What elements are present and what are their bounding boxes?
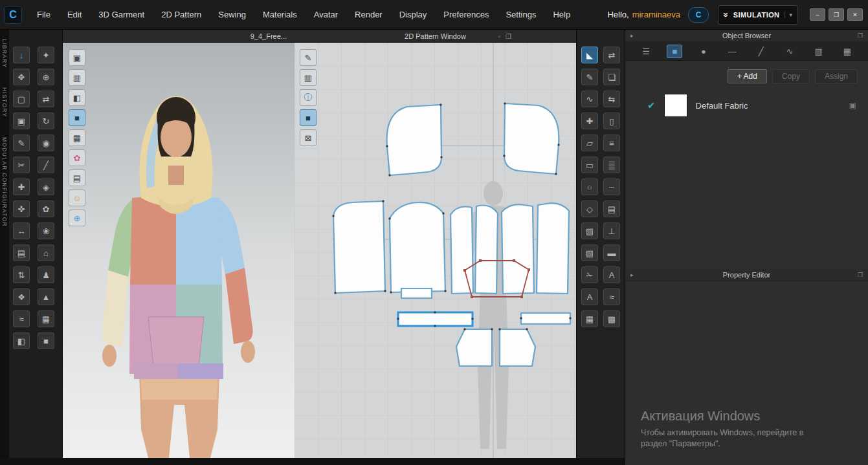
menu-item-edit[interactable]: Edit [59, 0, 90, 30]
transform-2d-icon[interactable]: ◣ [581, 47, 598, 63]
piece-hood-left[interactable] [387, 105, 441, 175]
colorway-icon[interactable]: ✿ [69, 149, 85, 166]
fold-arrange-icon[interactable]: ⇅ [13, 266, 30, 283]
dart-tool-icon[interactable]: ◇ [581, 200, 598, 217]
close-button[interactable]: ✕ [847, 8, 863, 21]
piece-band-right[interactable] [521, 313, 570, 324]
measure-tape-icon[interactable]: ↔ [13, 222, 30, 239]
bounding-box-icon[interactable]: ■ [38, 332, 54, 349]
sync-2d3d-icon[interactable]: ⇄ [603, 47, 620, 63]
tack-pin-icon[interactable]: ✜ [13, 200, 30, 217]
menu-item-3d-garment[interactable]: 3D Garment [90, 0, 153, 30]
piece-front-left[interactable] [451, 207, 473, 294]
avatar-show-icon[interactable]: ☺ [69, 189, 85, 206]
tape-avatar-icon[interactable]: ╱ [38, 157, 54, 173]
dock-icon[interactable]: ▫ [498, 33, 500, 40]
tab-topstitch-icon[interactable]: — [724, 45, 740, 58]
menu-item-settings[interactable]: Settings [497, 0, 544, 30]
internal-polygon-icon[interactable]: ▨ [581, 222, 598, 239]
style-line-icon[interactable]: ❖ [13, 288, 30, 305]
app-logo-icon[interactable]: C [4, 6, 22, 24]
grading-tool-icon[interactable]: ▦ [581, 310, 598, 327]
hanger-icon[interactable]: ⌂ [38, 244, 54, 261]
panel-expand-icon[interactable]: ▸ [630, 32, 640, 39]
texture-edit-icon[interactable]: ▤ [603, 200, 620, 217]
simulation-button[interactable]: » SIMULATION ▾ [718, 5, 798, 25]
rail-tab-library[interactable]: LIBRARY [1, 39, 8, 68]
pattern-info-icon[interactable]: ⓘ [300, 89, 317, 106]
tab-print-icon[interactable]: ▥ [811, 45, 827, 58]
menu-item-sewing[interactable]: Sewing [210, 0, 254, 30]
tab-trim-icon[interactable]: ● [696, 45, 711, 58]
scene-render-icon[interactable]: ▣ [69, 49, 85, 66]
menu-item-help[interactable]: Help [544, 0, 579, 30]
tab-buttonhole-icon[interactable]: ▦ [840, 45, 855, 58]
fabric-surface-icon[interactable]: ▤ [69, 169, 85, 186]
minimize-button[interactable]: – [810, 8, 825, 21]
mirror-paste-icon[interactable]: ▯ [603, 113, 620, 129]
panel-float-icon[interactable]: ❐ [854, 32, 863, 39]
fit-check-icon[interactable]: ❀ [38, 222, 54, 239]
rail-tab-modular-configurator[interactable]: MODULAR CONFIGURATOR [1, 137, 8, 227]
panel-expand-icon[interactable]: ▸ [630, 272, 640, 278]
simulation-dropdown-icon[interactable]: ▾ [784, 12, 792, 18]
float-icon[interactable]: ❐ [506, 33, 511, 40]
add-point-icon[interactable]: ✚ [581, 113, 598, 129]
segment-sew-icon[interactable]: ✚ [13, 178, 30, 195]
edit-pattern-icon[interactable]: ✎ [581, 69, 598, 85]
layer-clone-icon[interactable]: ≡ [603, 135, 620, 151]
fabric-view-2d-icon[interactable]: ■ [300, 109, 317, 126]
gizmo-rotate-icon[interactable]: ↻ [38, 113, 54, 129]
environment-globe-icon[interactable]: ⊕ [69, 210, 85, 226]
tab-puckering-icon[interactable]: ∿ [782, 45, 797, 58]
show-silhouette-icon[interactable]: ▒ [603, 157, 620, 173]
copy-pattern-icon[interactable]: ❏ [603, 69, 620, 85]
garment-show-icon[interactable]: ▥ [69, 69, 85, 86]
username-text[interactable]: miraminaeva [632, 10, 680, 19]
tab-scene-icon[interactable]: ☰ [638, 45, 654, 58]
seam-allowance-icon[interactable]: ✁ [581, 266, 598, 283]
rail-tab-history[interactable]: HISTORY [1, 87, 8, 118]
edit-curvature-icon[interactable]: ∿ [581, 91, 598, 107]
add-button[interactable]: + Add [728, 69, 767, 83]
tab-fabric-icon[interactable]: ■ [667, 45, 682, 58]
transform-pattern-icon[interactable]: ▣ [13, 113, 30, 129]
grid-snap-icon[interactable]: ▦ [38, 310, 54, 327]
gizmo-move-icon[interactable]: ⊕ [38, 69, 54, 85]
piece-back-panel[interactable] [333, 201, 385, 293]
rectangle-tool-icon[interactable]: ▭ [581, 157, 598, 173]
polygon-tool-icon[interactable]: ▱ [581, 135, 598, 151]
simulate-icon[interactable]: ↓ [13, 47, 30, 63]
select-box-icon[interactable]: ▢ [13, 91, 30, 107]
mannequin-icon[interactable]: ♟ [38, 266, 54, 283]
menu-item-2d-pattern[interactable]: 2D Pattern [153, 0, 210, 30]
avatar-pose-icon[interactable]: ✦ [38, 47, 54, 63]
fabric-detail-icon[interactable]: ▣ [849, 101, 856, 110]
menu-item-render[interactable]: Render [346, 0, 391, 30]
text-style-icon[interactable]: A [603, 266, 620, 283]
pen-2d-icon[interactable]: ✎ [300, 49, 317, 66]
menu-item-materials[interactable]: Materials [254, 0, 306, 30]
select-move-icon[interactable]: ✥ [13, 69, 30, 85]
menu-item-preferences[interactable]: Preferences [435, 0, 497, 30]
pin-tool-icon[interactable]: ◉ [38, 135, 54, 151]
pen-3d-icon[interactable]: ✎ [13, 135, 30, 151]
piece-hood-right[interactable] [504, 103, 559, 174]
copy-button[interactable]: Copy [772, 69, 810, 83]
attach-trim-icon[interactable]: ◈ [38, 178, 54, 195]
flower-trim-icon[interactable]: ✿ [38, 200, 54, 217]
clo-badge-icon[interactable]: C [688, 7, 709, 23]
pattern-2d-canvas[interactable]: ✎▥ⓘ■⊠ [295, 43, 576, 458]
piece-back-right[interactable] [537, 203, 569, 294]
text-tool-icon[interactable]: A [581, 288, 598, 305]
piece-front-right[interactable] [475, 206, 498, 294]
flatten-icon[interactable]: ▤ [13, 244, 30, 261]
piece-back-left[interactable] [502, 204, 534, 294]
restore-button[interactable]: ❐ [829, 8, 844, 21]
wind-animation-icon[interactable]: ≈ [13, 310, 30, 327]
trace-tool-icon[interactable]: ▧ [581, 244, 598, 261]
piece-waistband-selected[interactable] [398, 312, 473, 326]
garment-texture-icon[interactable]: ◧ [69, 89, 85, 106]
fabric-swatch[interactable] [664, 94, 687, 117]
panel-float-icon[interactable]: ❐ [854, 272, 863, 278]
